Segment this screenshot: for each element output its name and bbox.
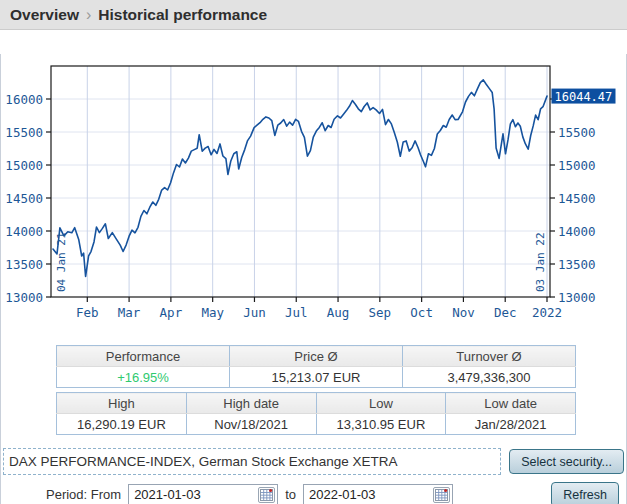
- svg-text:14000: 14000: [558, 224, 596, 239]
- security-row: DAX PERFORMANCE-INDEX, German Stock Exch…: [3, 448, 624, 475]
- to-date-input[interactable]: [303, 484, 453, 504]
- svg-text:Apr: Apr: [160, 305, 183, 320]
- table-row: +16.95% 15,213.07 EUR 3,479,336,300: [57, 367, 576, 388]
- performance-value: +16.95%: [57, 367, 230, 388]
- from-date-input[interactable]: [128, 484, 278, 504]
- breadcrumb-overview[interactable]: Overview: [10, 6, 79, 24]
- svg-text:16044.47: 16044.47: [555, 90, 613, 104]
- svg-text:13500: 13500: [5, 257, 43, 272]
- high-header: High: [57, 393, 187, 414]
- price-avg-value: 15,213.07 EUR: [230, 367, 403, 388]
- svg-text:Jul: Jul: [285, 305, 308, 320]
- calendar-icon: [435, 488, 448, 501]
- low-date-header: Low date: [446, 393, 576, 414]
- low-value: 13,310.95 EUR: [316, 414, 446, 435]
- refresh-button[interactable]: Refresh: [551, 482, 619, 504]
- high-value: 16,290.19 EUR: [57, 414, 187, 435]
- to-date-wrap: [303, 484, 453, 504]
- svg-text:13000: 13000: [5, 290, 43, 305]
- price-chart: 1300013000135001350014000140001450014500…: [1, 54, 623, 334]
- table-row: Performance Price Ø Turnover Ø: [57, 346, 576, 367]
- period-from-label: Period: From: [46, 487, 121, 502]
- performance-header: Performance: [57, 346, 230, 367]
- breadcrumb: Overview › Historical performance: [0, 0, 627, 30]
- svg-text:14500: 14500: [558, 191, 596, 206]
- select-security-button[interactable]: Select security...: [509, 449, 624, 474]
- svg-text:13000: 13000: [558, 290, 596, 305]
- selected-security-name: DAX PERFORMANCE-INDEX, German Stock Exch…: [9, 454, 398, 469]
- page-title: Historical performance: [98, 6, 267, 24]
- svg-text:Oct: Oct: [410, 305, 433, 320]
- svg-text:Mar: Mar: [118, 305, 141, 320]
- svg-text:Sep: Sep: [369, 305, 392, 320]
- performance-stats-table: Performance Price Ø Turnover Ø +16.95% 1…: [56, 345, 576, 388]
- svg-text:Aug: Aug: [327, 305, 350, 320]
- turnover-avg-value: 3,479,336,300: [403, 367, 576, 388]
- price-avg-header: Price Ø: [230, 346, 403, 367]
- period-row: Period: From to Refre: [1, 482, 626, 504]
- table-row: 16,290.19 EUR Nov/18/2021 13,310.95 EUR …: [57, 414, 576, 435]
- content-panel: 1300013000135001350014000140001450014500…: [0, 54, 627, 504]
- refresh-wrap: Refresh: [551, 482, 619, 504]
- low-header: Low: [316, 393, 446, 414]
- svg-text:Jun: Jun: [243, 305, 266, 320]
- high-date-value: Nov/18/2021: [186, 414, 316, 435]
- high-low-stats-table: High High date Low Low date 16,290.19 EU…: [56, 392, 576, 435]
- svg-text:16000: 16000: [5, 92, 43, 107]
- svg-text:Dec: Dec: [494, 305, 517, 320]
- low-date-value: Jan/28/2021: [446, 414, 576, 435]
- svg-text:04 Jan 21: 04 Jan 21: [55, 232, 68, 292]
- turnover-avg-header: Turnover Ø: [403, 346, 576, 367]
- table-row: High High date Low Low date: [57, 393, 576, 414]
- svg-text:03 Jan 22: 03 Jan 22: [534, 232, 547, 292]
- high-date-header: High date: [186, 393, 316, 414]
- period-to-label: to: [285, 487, 296, 502]
- svg-text:15000: 15000: [5, 158, 43, 173]
- calendar-icon: [260, 488, 273, 501]
- svg-text:15500: 15500: [5, 125, 43, 140]
- svg-text:15500: 15500: [558, 125, 596, 140]
- svg-text:Feb: Feb: [76, 305, 99, 320]
- from-date-wrap: [128, 484, 278, 504]
- svg-text:14000: 14000: [5, 224, 43, 239]
- svg-text:2022: 2022: [532, 305, 562, 320]
- svg-text:Nov: Nov: [452, 305, 475, 320]
- breadcrumb-separator-icon: ›: [86, 6, 91, 24]
- selected-security-box: DAX PERFORMANCE-INDEX, German Stock Exch…: [3, 448, 501, 475]
- to-date-calendar-button[interactable]: [433, 487, 450, 503]
- svg-text:May: May: [201, 305, 224, 320]
- svg-text:15000: 15000: [558, 158, 596, 173]
- from-date-calendar-button[interactable]: [258, 487, 275, 503]
- svg-text:13500: 13500: [558, 257, 596, 272]
- svg-text:14500: 14500: [5, 191, 43, 206]
